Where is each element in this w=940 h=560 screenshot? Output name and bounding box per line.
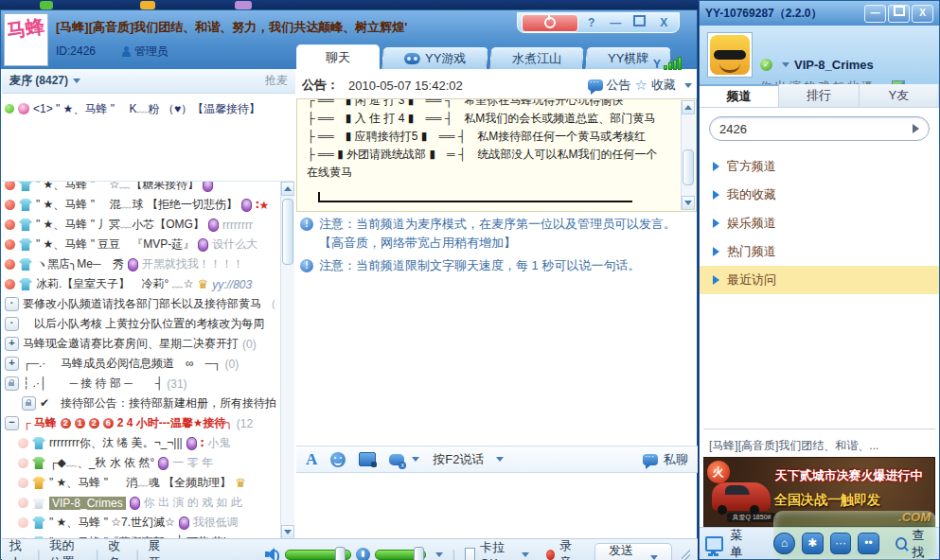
divider: [703, 429, 935, 429]
status-chevron-icon[interactable]: [782, 62, 789, 67]
tab-Y友[interactable]: Y友: [860, 84, 939, 107]
tab-聊天[interactable]: 聊天: [296, 44, 380, 69]
grab-mic-button[interactable]: 抢麦: [265, 73, 288, 89]
list-item[interactable]: rrrrrrrr你、汰 绻 美。¬_¬|||∶小鬼: [2, 433, 294, 453]
resize-grip[interactable]: [682, 550, 690, 560]
category-我的收藏[interactable]: 我的收藏: [700, 181, 939, 209]
row-text: 2: [89, 418, 99, 429]
search-go-icon[interactable]: [913, 124, 919, 133]
announcement-scrollbar[interactable]: [681, 100, 695, 210]
member-list-scrollbar[interactable]: [280, 182, 294, 539]
list-item[interactable]: +┌─.·ゞ 马蜂成员必阅信息频道 ∞ ─┐(0): [2, 354, 281, 374]
chevron-down-icon[interactable]: [73, 79, 80, 83]
menu-monitor-icon[interactable]: [705, 536, 723, 551]
maximize-icon: [633, 15, 646, 26]
power-button[interactable]: [522, 14, 578, 32]
scroll-up-button[interactable]: [281, 182, 294, 196]
member-list: " ★、马蜂 " ゞ☆﹏【糖果接待】" ★、马蜂 " ゞ混﹏球 【拒绝一切悲伤】…: [2, 181, 294, 539]
category-最近访问[interactable]: 最近访问: [700, 266, 939, 294]
window-controls: ? — X: [517, 12, 680, 33]
settings-gear-button[interactable]: ✱: [802, 533, 824, 554]
list-item[interactable]: ┌◆﹏、_秋 水 依 然°一 零 年: [2, 453, 294, 473]
audio-options-chevron-icon[interactable]: [435, 552, 443, 557]
scroll-thumb[interactable]: [683, 149, 694, 185]
record-group[interactable]: 录音: [546, 537, 579, 560]
send-button[interactable]: 发送(S): [594, 543, 672, 560]
karaoke-label[interactable]: 卡拉OK: [480, 539, 512, 560]
push-to-talk-group[interactable]: 按F2说话: [433, 451, 504, 468]
mic-queue-first[interactable]: <1> " ★、马蜂 " ゞK﹏粉 （♥）【温馨接待】: [5, 99, 289, 118]
minimize-button[interactable]: —: [864, 5, 886, 23]
list-item[interactable]: −┌ 马蜂21262 4 小时---温馨★接待╮(12: [2, 413, 281, 433]
category-官方频道[interactable]: 官方频道: [700, 152, 939, 181]
bottom-button-1[interactable]: 找人: [9, 537, 27, 560]
speaker-icon[interactable]: [265, 548, 280, 560]
channel-search[interactable]: 2426: [709, 116, 930, 141]
scroll-down-button[interactable]: [281, 525, 294, 539]
scroll-thumb[interactable]: [282, 199, 293, 265]
volume-slider[interactable]: [285, 550, 351, 560]
list-item[interactable]: " ★、马蜂 " 豆豆 『MVP-莚』设什么大: [2, 235, 281, 254]
minimize-button[interactable]: —: [605, 15, 628, 31]
current-channel-link[interactable]: [马蜂][高音质]我们团结、和谐、...: [709, 438, 931, 454]
karaoke-chevron-icon[interactable]: [522, 552, 529, 557]
maximize-button[interactable]: [888, 5, 910, 23]
send-options-chevron-icon[interactable]: [650, 555, 658, 560]
bottom-button-4[interactable]: 展开: [149, 537, 167, 560]
list-item[interactable]: VIP-8_Crimes你 出 演 的 戏 如 此: [2, 493, 294, 513]
list-item[interactable]: ヽ黑店╮Me─ゝ秀开黑就找我！！！！: [2, 254, 281, 274]
list-item[interactable]: " ★、马蜂 " ゞ 消﹏魂 【全频助理】♛: [2, 473, 294, 493]
messages-button[interactable]: ···: [830, 533, 852, 554]
power-icon: [544, 17, 556, 28]
games-button[interactable]: ••: [858, 533, 879, 554]
image-icon[interactable]: [359, 452, 376, 466]
scroll-down-button[interactable]: [682, 196, 695, 210]
home-button[interactable]: ⌂: [773, 533, 795, 554]
admin-role[interactable]: 管理员: [122, 44, 168, 60]
bottom-button-3[interactable]: 改名: [108, 537, 126, 560]
chat-block-group[interactable]: [389, 454, 419, 465]
list-item[interactable]: " ★、马蜂 " ゞ☆﹏【糖果接待】: [2, 181, 281, 195]
private-chat-button[interactable]: 私聊: [643, 451, 688, 468]
close-button[interactable]: X: [912, 5, 933, 23]
list-item[interactable]: ┆ .·│ ─ 接 待 部 ─ ┤(31): [2, 374, 281, 394]
mic-knob[interactable]: [414, 547, 424, 560]
search-input[interactable]: 2426: [719, 122, 747, 136]
tab-频道[interactable]: 频道: [700, 84, 779, 107]
help-button[interactable]: ?: [580, 15, 603, 31]
tab-排行[interactable]: 排行: [779, 84, 859, 107]
category-热门频道[interactable]: 热门频道: [700, 237, 939, 266]
bottom-button-2[interactable]: 我的位置: [49, 537, 86, 560]
list-item[interactable]: · 以后小队考核 上黄拉分队位置的考核改为每周: [2, 314, 281, 334]
tab-YY游戏[interactable]: YY游戏: [381, 47, 488, 69]
list-item[interactable]: " ★、马蜂 " ゞ混﹏球 【拒绝一切悲伤】∶★: [2, 195, 281, 215]
online-status-icon[interactable]: ✓: [760, 59, 772, 71]
favorite-chevron-icon[interactable]: [684, 83, 692, 88]
list-item[interactable]: 冰莉.【皇室天子】ゞ冷莉° ﹏☆♛yy://803: [2, 274, 281, 294]
announcement-icon[interactable]: [588, 79, 603, 91]
star-icon[interactable]: ☆: [635, 77, 647, 94]
lock-icon: [22, 396, 36, 411]
mic-slider[interactable]: [375, 550, 426, 560]
favorite-button[interactable]: 收藏: [651, 77, 676, 94]
list-item[interactable]: " ★、马蜂 " 丿冥﹏小芯【OMG】rrrrrrrr: [2, 215, 281, 235]
scroll-up-button[interactable]: [682, 100, 695, 114]
user-info-panel: ✓ VIP-8_Crimes 你 出 演 的 戏 如 此 逼 ...: [700, 26, 939, 84]
menu-button[interactable]: 菜单: [730, 527, 752, 560]
avatar[interactable]: [707, 32, 753, 78]
microphone-icon[interactable]: [356, 548, 370, 560]
row-text: 2 4 小时---温馨★接待╮: [117, 415, 233, 431]
list-item[interactable]: ✔ 接待部公告：接待部新建相册，所有接待拍: [2, 394, 294, 413]
list-item[interactable]: ·要修改小队频道请找各部门部长以及接待部黄马（: [2, 294, 281, 314]
emoticon-icon[interactable]: [330, 452, 346, 467]
font-icon[interactable]: A: [306, 450, 317, 469]
list-item[interactable]: " ★、马蜂 " ☆7.世幻滅☆我很低调: [2, 513, 294, 533]
close-button[interactable]: X: [653, 15, 676, 31]
announcement-button[interactable]: 公告: [607, 77, 631, 94]
category-娱乐频道[interactable]: 娱乐频道: [700, 209, 939, 237]
list-item[interactable]: +马蜂现金邀请赛比赛房间、星期二决赛开打(0): [2, 334, 281, 354]
karaoke-checkbox[interactable]: [465, 548, 475, 560]
volume-knob[interactable]: [335, 547, 346, 560]
tab-水煮江山[interactable]: 水煮江山: [490, 47, 585, 69]
maximize-button[interactable]: [629, 15, 651, 31]
